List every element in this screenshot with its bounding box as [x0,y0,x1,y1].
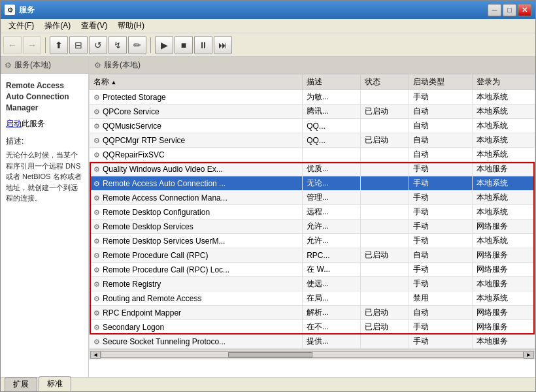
restart-button[interactable]: ⏭ [214,36,232,54]
cell-name: ⚙Remote Access Auto Connection ... [90,176,303,191]
close-button[interactable]: ✕ [518,4,531,16]
start-service-suffix: 此服务 [22,119,45,128]
service-gear-icon: ⚙ [93,280,100,288]
table-row[interactable]: ⚙Remote Procedure Call (RPC) Loc...在 W..… [90,263,535,277]
cell-status [361,291,409,306]
table-row[interactable]: ⚙RPC Endpoint Mapper解析...已启动自动网络服务 [90,306,535,320]
tab-standard[interactable]: 标准 [39,376,71,391]
table-row[interactable]: ⚙Remote Desktop Configuration远程...手动本地系统 [90,205,535,220]
cell-desc: RPC... [303,248,361,263]
stop-button[interactable]: ■ [175,36,193,54]
table-row[interactable]: ⚙Protected Storage为敏...手动本地系统 [90,90,535,105]
cell-name: ⚙RPC Endpoint Mapper [90,306,303,320]
maximize-button[interactable]: □ [503,4,516,16]
refresh-button[interactable]: ↺ [89,36,107,54]
service-gear-icon: ⚙ [93,309,100,317]
desc-label: 描述: [6,136,83,147]
menu-view[interactable]: 查看(V) [76,19,112,33]
cell-startup: 手动 [409,176,472,191]
scroll-track[interactable] [101,351,524,358]
cell-desc: QQ... [303,119,361,133]
cell-login: 本地系统 [472,148,535,162]
table-header-row: 名称 描述 状态 启动类型 登录为 [90,74,535,90]
table-row[interactable]: ⚙Secondary Logon在不...已启动手动网络服务 [90,320,535,335]
cell-startup: 手动 [409,277,472,291]
start-button[interactable]: ▶ [155,36,173,54]
cell-name: ⚙Routing and Remote Access [90,291,303,306]
pause-button[interactable]: ⏸ [194,36,212,54]
scroll-left-btn[interactable]: ◄ [90,351,101,359]
cell-name: ⚙Remote Procedure Call (RPC) Loc... [90,263,303,277]
minimize-button[interactable]: ─ [488,4,501,16]
col-status[interactable]: 状态 [361,74,409,90]
service-gear-icon: ⚙ [93,323,100,331]
service-title: Remote Access Auto Connection Manager [6,80,83,113]
table-row[interactable]: ⚙QQRepairFixSVC自动本地系统 [90,148,535,162]
table-row[interactable]: ⚙Remote Procedure Call (RPC)RPC...已启动自动网… [90,248,535,263]
table-row[interactable]: ⚙Routing and Remote Access在局...禁用本地系统 [90,291,535,306]
scroll-right-btn[interactable]: ► [524,351,534,359]
window-icon: ⚙ [5,5,15,15]
export-button[interactable]: ↯ [109,36,127,54]
cell-login: 本地系统 [472,133,535,148]
menu-action[interactable]: 操作(A) [39,19,76,33]
service-gear-icon: ⚙ [93,237,100,245]
table-row[interactable]: ⚙Remote Access Connection Mana...管理...手动… [90,191,535,205]
cell-startup: 手动 [409,263,472,277]
table-row[interactable]: ⚙Quality Windows Audio Video Ex...优质...手… [90,162,535,176]
table-row[interactable]: ⚙QPCore Service腾讯...已启动自动本地系统 [90,105,535,119]
col-name[interactable]: 名称 [90,74,303,90]
cell-desc: 提供... [303,335,361,349]
up-button[interactable]: ⬆ [50,36,68,54]
cell-startup: 禁用 [409,291,472,306]
cell-startup: 手动 [409,191,472,205]
window-controls: ─ □ ✕ [488,4,531,16]
col-desc[interactable]: 描述 [303,74,361,90]
horizontal-scrollbar[interactable]: ◄ ► [89,349,535,359]
table-row[interactable]: ⚙Remote Registry使远...手动本地服务 [90,277,535,291]
table-row[interactable]: ⚙Remote Access Auto Connection ...无论...手… [90,176,535,191]
cell-login: 本地服务 [472,162,535,176]
cell-name: ⚙Secure Socket Tunneling Protoco... [90,335,303,349]
show-hide-button[interactable]: ⊟ [69,36,88,54]
back-button[interactable]: ← [3,36,22,54]
service-gear-icon: ⚙ [93,252,100,259]
left-panel-content: Remote Access Auto Connection Manager 启动… [1,74,88,377]
cell-name: ⚙Remote Access Connection Mana... [90,191,303,205]
cell-status [361,90,409,105]
cell-desc [303,148,361,162]
properties-button[interactable]: ✏ [128,36,146,54]
start-service-link[interactable]: 启动 [6,119,22,128]
cell-login: 本地系统 [472,176,535,191]
col-login[interactable]: 登录为 [472,74,535,90]
cell-status [361,205,409,220]
menu-file[interactable]: 文件(F) [3,19,39,33]
cell-name: ⚙Remote Procedure Call (RPC) [90,248,303,263]
forward-button[interactable]: → [23,36,41,54]
table-row[interactable]: ⚙Secure Socket Tunneling Protoco...提供...… [90,335,535,349]
scroll-thumb[interactable] [228,352,312,357]
table-wrapper: 名称 描述 状态 启动类型 登录为 ⚙Protected Storage为敏..… [89,74,535,377]
cell-login: 网络服务 [472,306,535,320]
cell-startup: 自动 [409,248,472,263]
toolbar-separator-1 [45,37,46,53]
cell-status: 已启动 [361,306,409,320]
cell-status [361,162,409,176]
cell-desc: 无论... [303,176,361,191]
services-table[interactable]: 名称 描述 状态 启动类型 登录为 ⚙Protected Storage为敏..… [89,74,535,349]
tab-extended[interactable]: 扩展 [5,377,37,391]
col-startup[interactable]: 启动类型 [409,74,472,90]
menu-help[interactable]: 帮助(H) [112,19,150,33]
cell-login: 本地系统 [472,291,535,306]
cell-name: ⚙QQMusicService [90,119,303,133]
service-gear-icon: ⚙ [93,108,100,116]
cell-startup: 自动 [409,133,472,148]
table-row[interactable]: ⚙QQMusicServiceQQ...自动本地系统 [90,119,535,133]
table-row[interactable]: ⚙Remote Desktop Services UserM...允许...手动… [90,234,535,248]
service-gear-icon: ⚙ [93,93,100,101]
table-row[interactable]: ⚙QQPCMgr RTP ServiceQQ...已启动自动本地系统 [90,133,535,148]
table-row[interactable]: ⚙Remote Desktop Services允许...手动网络服务 [90,220,535,234]
cell-desc: 在不... [303,320,361,335]
cell-startup: 自动 [409,306,472,320]
cell-status: 已启动 [361,105,409,119]
